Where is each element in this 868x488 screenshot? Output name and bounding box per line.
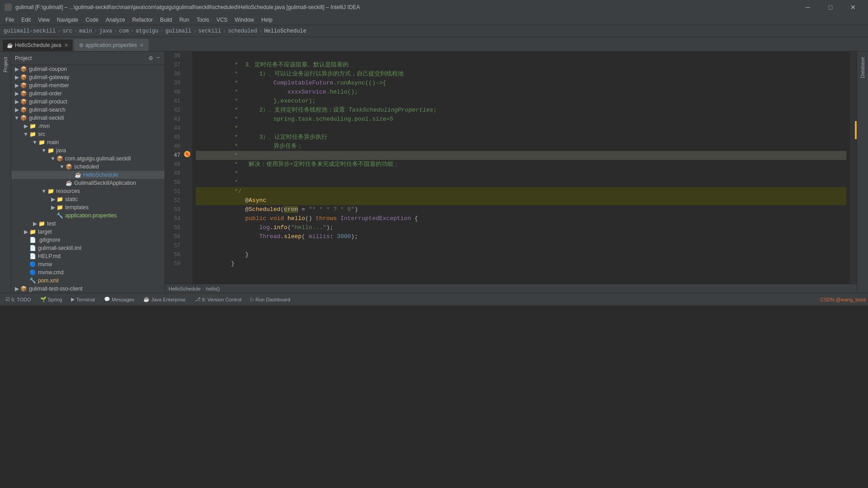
vtab-database[interactable]: Database: [859, 53, 866, 82]
tree-item-helloschedule[interactable]: ☕ HelloSchedule: [11, 171, 165, 179]
tree-item-appclass[interactable]: ☕ GulimallSeckillApplication: [11, 179, 165, 187]
tree-item-help[interactable]: 📄 HELP.md: [11, 252, 165, 260]
breadcrumb-helloschedule[interactable]: HelloSchedule: [264, 28, 307, 34]
bottom-tab-vcs[interactable]: ⎇ 9: Version Control: [191, 294, 245, 305]
breadcrumb-seckill2[interactable]: seckill: [198, 28, 221, 34]
tree-container: ▶ 📦 gulimall-coupon ▶ 📦 gulimall-gateway…: [11, 65, 165, 293]
ln-47: 47: [165, 151, 180, 160]
ln-38: 38: [165, 70, 180, 79]
tree-item-iml[interactable]: 📄 gulimall-seckill.iml: [11, 244, 165, 252]
tree-item-order[interactable]: ▶ 📦 gulimall-order: [11, 89, 165, 98]
bottom-tab-rundashboard[interactable]: ▷ Run Dashboard: [247, 294, 294, 305]
tree-item-coupon[interactable]: ▶ 📦 gulimall-coupon: [11, 65, 165, 73]
editor-content[interactable]: 36 37 38 39 40 41 42 43 44 45 46 47 48 4…: [165, 52, 857, 284]
folder-icon-mvn: 📁: [29, 123, 36, 129]
tree-item-mvn[interactable]: ▶ 📁 .mvn: [11, 122, 165, 130]
tab-helloschedule-close[interactable]: ✕: [64, 42, 68, 48]
maximize-button[interactable]: □: [820, 0, 841, 14]
menu-navigate[interactable]: Navigate: [53, 16, 82, 24]
rundashboard-label: Run Dashboard: [255, 297, 290, 302]
menu-refactor[interactable]: Refactor: [129, 16, 156, 24]
breadcrumb-java[interactable]: java: [99, 28, 112, 34]
menu-tools[interactable]: Tools: [193, 16, 213, 24]
menu-vcs[interactable]: VCS: [213, 16, 231, 24]
sidebar-collapse-icon[interactable]: −: [156, 53, 161, 63]
bookmark-marker: 🔖: [184, 151, 190, 157]
breadcrumb-scheduled[interactable]: scheduled: [228, 28, 257, 34]
tree-item-templates[interactable]: ▶ 📁 templates: [11, 203, 165, 211]
tree-item-mvnw[interactable]: 🔵 mvnw: [11, 260, 165, 268]
editor-breadcrumb-class[interactable]: HelloSchedule: [169, 286, 201, 291]
scrollbar-right[interactable]: [850, 52, 857, 284]
jenterprise-icon: ☕: [143, 296, 150, 302]
menu-window[interactable]: Window: [231, 16, 258, 24]
tab-appprops-close[interactable]: ✕: [140, 42, 144, 48]
code-line-47: * 解决：使用异步+定时任务来完成定时任务不阻塞的功能；: [196, 151, 846, 160]
tab-appprops[interactable]: ⚙ application.properties ✕: [74, 39, 149, 51]
bottom-tab-jenterprise[interactable]: ☕ Java Enterprise: [140, 294, 189, 305]
code-line-59: [196, 259, 846, 268]
tree-item-member[interactable]: ▶ 📦 gulimall-member: [11, 81, 165, 89]
tree-item-resources[interactable]: ▼ 📁 resources: [11, 187, 165, 195]
tree-item-search[interactable]: ▶ 📦 gulimall-search: [11, 106, 165, 114]
terminal-icon: ▶: [71, 296, 75, 302]
ln-44: 44: [165, 124, 180, 133]
folder-icon-resources: 📁: [47, 188, 54, 194]
spring-label: Spring: [48, 297, 62, 302]
label-pkg: com.atguigu.gulimall.seckill: [65, 155, 131, 162]
breadcrumb-atguigu[interactable]: atguigu: [136, 28, 158, 34]
tree-item-target[interactable]: ▶ 📁 target: [11, 228, 165, 236]
breadcrumb-seckill[interactable]: gulimall-seckill: [4, 28, 56, 34]
menu-code[interactable]: Code: [82, 16, 102, 24]
vtab-project[interactable]: Project: [2, 53, 9, 76]
bottom-tab-messages[interactable]: 💬 Messages: [100, 294, 138, 305]
tree-item-gitignore[interactable]: 📄 .gitignore: [11, 236, 165, 244]
tab-appprops-label: application.properties: [85, 42, 137, 48]
minimize-button[interactable]: ─: [797, 0, 818, 14]
gutter: 🔖: [183, 52, 192, 284]
label-src: src: [38, 131, 45, 137]
menu-help[interactable]: Help: [258, 16, 276, 24]
tree-item-test[interactable]: ▶ 📁 test: [11, 220, 165, 228]
menu-run[interactable]: Run: [176, 16, 193, 24]
sidebar-settings-icon[interactable]: ⚙: [148, 53, 153, 63]
messages-icon: 💬: [104, 296, 110, 302]
label-static: static: [65, 196, 78, 202]
editor-breadcrumb-method[interactable]: hello(): [206, 286, 220, 291]
tree-item-product[interactable]: ▶ 📦 gulimall-product: [11, 98, 165, 106]
tree-item-java[interactable]: ▼ 📁 java: [11, 146, 165, 155]
tree-item-mvnwcmd[interactable]: 🔵 mvnw.cmd: [11, 268, 165, 277]
tree-item-appprops[interactable]: 🔧 application.properties: [11, 211, 165, 220]
menu-file[interactable]: File: [2, 16, 18, 24]
breadcrumb-gulimall[interactable]: gulimall: [165, 28, 192, 34]
app-java-icon: ☕: [66, 180, 72, 186]
menu-edit[interactable]: Edit: [18, 16, 34, 24]
menu-analyze[interactable]: Analyze: [102, 16, 129, 24]
tab-helloschedule[interactable]: ☕ HelloSchedule.java ✕: [2, 39, 73, 51]
tree-item-static[interactable]: ▶ 📁 static: [11, 195, 165, 203]
breadcrumb-main[interactable]: main: [79, 28, 92, 34]
tree-item-src[interactable]: ▼ 📁 src: [11, 130, 165, 138]
tree-item-pom[interactable]: 🔧 pom.xml: [11, 277, 165, 285]
menu-build[interactable]: Build: [156, 16, 176, 24]
breadcrumb-src[interactable]: src: [62, 28, 72, 34]
tree-item-scheduled[interactable]: ▼ 📦 scheduled: [11, 163, 165, 171]
label-iml: gulimall-seckill.iml: [38, 245, 81, 251]
breadcrumb-com[interactable]: com: [119, 28, 129, 34]
sidebar-title: Project: [15, 55, 148, 61]
terminal-label: Terminal: [76, 297, 95, 302]
label-member: gulimall-member: [29, 82, 69, 89]
ln-46: 46: [165, 142, 180, 151]
bottom-tab-terminal[interactable]: ▶ Terminal: [67, 294, 99, 305]
menu-view[interactable]: View: [34, 16, 53, 24]
tree-item-gateway[interactable]: ▶ 📦 gulimall-gateway: [11, 73, 165, 81]
folder-icon-java: 📁: [47, 147, 54, 154]
tree-item-sso[interactable]: ▶ 📦 gulimall-test-sso-client: [11, 285, 165, 293]
tree-item-main[interactable]: ▼ 📁 main: [11, 138, 165, 146]
tree-item-seckill[interactable]: ▼ 📦 gulimall-seckill: [11, 114, 165, 122]
close-button[interactable]: ✕: [843, 0, 863, 14]
label-appprops: application.properties: [65, 212, 117, 219]
bottom-tab-spring[interactable]: 🌱 Spring: [37, 294, 66, 305]
bottom-tab-todo[interactable]: ☑ 6: TODO: [2, 294, 35, 305]
tree-item-pkg[interactable]: ▼ 📦 com.atguigu.gulimall.seckill: [11, 155, 165, 163]
